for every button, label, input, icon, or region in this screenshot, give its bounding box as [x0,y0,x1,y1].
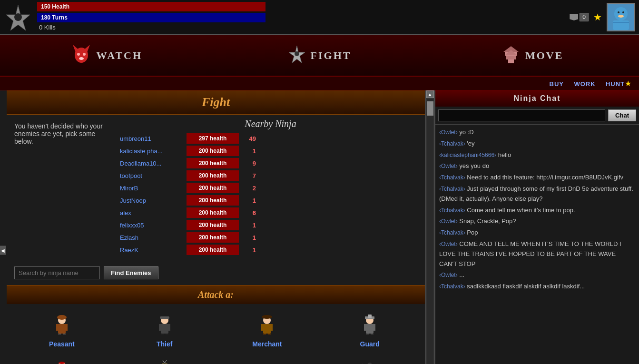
hunt-link[interactable]: Hunt [606,80,625,88]
ninja-row: JustNoop200 health1 [120,195,421,206]
ninja-row: umbreon11297 health49 [120,133,421,144]
chat-text: yo :D [458,128,474,136]
attack-title: Attack a: [10,289,421,300]
attack-merchant[interactable]: Merchant [218,310,317,352]
chat-username[interactable]: ‹Owlet› [439,163,458,169]
svg-point-4 [622,11,624,13]
chat-username[interactable]: ‹Tchalvak› [439,229,465,236]
fight-title: Fight [11,95,420,109]
firefly-icon [156,359,173,364]
guard-label: Guard [360,340,380,348]
svg-rect-21 [58,324,66,334]
chat-username[interactable]: ‹Tchalvak› [439,283,465,290]
chat-username[interactable]: ‹Owlet› [439,129,458,136]
chat-text: hello [496,151,511,158]
right-panel: Ninja Chat Chat ‹Owlet› yo :D‹Tchalvak› … [434,90,639,364]
sub-nav: Buy Work Hunt★ [0,77,639,90]
attack-thief[interactable]: Thief [115,310,214,352]
pagoda-icon [501,44,521,67]
svg-rect-45 [373,324,375,331]
nav-move[interactable]: Move [426,40,639,71]
hunt-star: ★ [625,79,631,88]
chat-message: ‹Tchalvak› Pop [439,228,635,238]
svg-point-27 [57,315,67,320]
star-icon[interactable]: ★ [593,11,602,23]
message-icon-area[interactable]: 0 [570,13,589,21]
chat-username[interactable]: ‹Owlet› [439,272,458,278]
nearby-ninja-panel: Nearby Ninja umbreon11297 health49kalici… [116,115,425,261]
nav-watch[interactable]: Watch [0,39,213,72]
ninja-name[interactable]: RaezK [120,246,187,254]
chat-username[interactable]: ‹Tchalvak› [439,140,465,147]
chat-message: ‹Tchalvak› 'ey [439,139,635,149]
chat-username[interactable]: ‹kaliciastephani45666› [439,152,496,158]
ninja-row: Deadllama10...200 health9 [120,158,421,168]
stats-block: 150 Health 180 Turns 0 Kills [37,2,570,32]
scroll-up-btn[interactable]: ▲ [426,90,434,98]
ninja-row: RaezK200 health1 [120,245,421,255]
ninja-name[interactable]: kaliciaste pha... [120,148,187,155]
kills-row: 0 Kills [37,24,570,31]
top-right-area: 0 ★ [570,3,635,31]
top-bar: 150 Health 180 Turns 0 Kills 0 ★ [0,0,639,35]
chat-text: Just played through some of my first DnD… [439,185,633,202]
attack-spider[interactable]: Spider [320,355,419,364]
turns-row: 180 Turns [37,13,570,22]
vertical-scrollbar[interactable]: ▲ ▼ [426,90,434,364]
chat-username[interactable]: ‹Tchalvak› [439,174,465,181]
chat-text: COME AND TELL ME WHEN IT'S TIME TO THE W… [439,240,621,267]
left-arrow-tab[interactable]: ◀ [0,246,6,255]
thief-icon [156,314,173,338]
chat-username[interactable]: ‹Owlet› [439,218,458,225]
ninja-health-bar: 200 health [187,207,239,218]
ninja-name[interactable]: Deadllama10... [120,160,187,167]
search-input[interactable] [14,266,100,279]
svg-rect-25 [58,334,61,334]
health-row: 150 Health [37,2,570,11]
ninja-level: 1 [242,234,256,241]
ninja-health-bar: 200 health [187,245,239,255]
svg-rect-32 [161,334,164,334]
ninja-name[interactable]: toofpoot [120,172,187,179]
buy-link[interactable]: Buy [550,80,564,88]
chat-username[interactable]: ‹Tchalvak› [439,207,465,214]
svg-point-3 [618,11,619,13]
work-link[interactable]: Work [574,80,595,88]
peasant-label: Peasant [49,340,75,348]
enemies-message-text: You haven't decided who your enemies are… [14,122,108,145]
chat-text: 'ey [465,140,475,147]
ninja-level: 1 [242,222,256,229]
chat-button[interactable]: Chat [608,109,636,121]
ninja-name[interactable]: felixxx05 [120,222,187,229]
chat-input[interactable] [438,109,605,121]
merchant-icon [258,314,275,338]
scroll-thumb[interactable] [427,101,433,116]
fireflies-icon [258,359,275,364]
attack-firefly[interactable]: ★ Firefly [115,355,214,364]
nav-move-label: Move [525,49,563,62]
left-panel: ◀ Fight You haven't decided who your ene… [0,90,426,364]
ninja-name[interactable]: Ezlash [120,234,187,241]
shuriken-logo [4,3,32,31]
nav-fight-label: Fight [311,49,352,62]
find-enemies-button[interactable]: Find Enemies [104,266,158,279]
ninja-row: felixxx05200 health1 [120,220,421,230]
ninja-name[interactable]: JustNoop [120,197,187,204]
svg-rect-46 [366,334,369,334]
attack-guard[interactable]: Guard [320,310,419,352]
chat-username[interactable]: ‹Tchalvak› [439,186,465,192]
attack-fireflies[interactable]: ★ Fireflies [218,355,317,364]
ninja-name[interactable]: MirorB [120,185,187,192]
attack-samurai[interactable]: Samurai [12,355,111,364]
ninja-name[interactable]: alex [120,209,187,216]
chat-username[interactable]: ‹Owlet› [439,241,458,247]
ninja-name[interactable]: umbreon11 [120,135,187,142]
search-area: Find Enemies [7,261,425,285]
svg-rect-42 [366,324,374,334]
attack-peasant[interactable]: Peasant [12,310,111,352]
scroll-track [427,99,433,364]
turns-bar-container: 180 Turns [37,13,265,22]
nav-fight[interactable]: Fight [213,41,426,70]
chat-text: Pop [465,229,478,236]
svg-rect-26 [63,334,66,334]
